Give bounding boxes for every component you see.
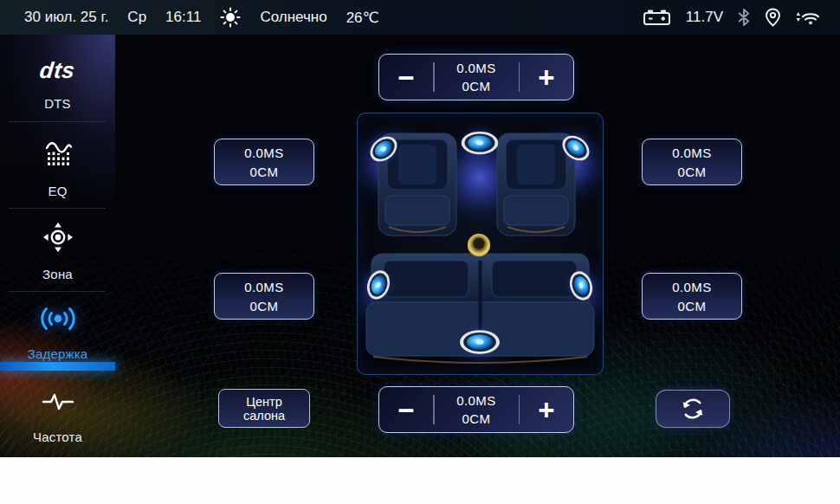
sidebar: dts DTS EQ <box>0 35 115 457</box>
status-bar: 30 июл. 25 г. Ср 16:11 Солнечно 26℃ <box>0 0 840 35</box>
sidebar-item-zone[interactable]: Зона <box>0 220 115 281</box>
minus-icon: − <box>397 63 414 92</box>
front-right-delay-readout[interactable]: 0.0MS 0CM <box>642 139 742 185</box>
equalizer-icon <box>42 137 74 170</box>
zone-target-icon <box>41 220 75 255</box>
minus-icon: − <box>397 396 414 424</box>
delay-cm-value: 0CM <box>250 299 279 313</box>
sidebar-item-label: Частота <box>33 430 82 444</box>
bluetooth-icon <box>738 9 750 26</box>
front-center-delay-value: 0.0MS 0CM <box>435 55 519 100</box>
status-time: 16:11 <box>165 9 201 26</box>
delay-signal-icon <box>39 301 77 336</box>
delay-ms-value: 0.0MS <box>672 145 711 160</box>
front-center-speaker <box>462 132 499 154</box>
rear-center-delay-value: 0.0MS 0CM <box>435 387 519 432</box>
sidebar-item-eq[interactable]: EQ <box>0 137 115 198</box>
delay-ms-value: 0.0MS <box>456 61 495 75</box>
delay-cm-value: 0CM <box>678 299 707 313</box>
delay-ms-value: 0.0MS <box>244 280 283 294</box>
status-temperature: 26℃ <box>346 9 379 27</box>
dts-logo-icon: dts <box>39 59 76 81</box>
delay-cm-value: 0CM <box>678 165 707 179</box>
rear-center-delay-stepper: − 0.0MS 0CM + <box>378 386 574 433</box>
status-right-group: 11.7V <box>643 8 840 27</box>
delay-cm-value: 0CM <box>462 79 491 94</box>
wifi-icon <box>796 9 821 26</box>
rear-center-delay-plus-button[interactable]: + <box>520 387 573 432</box>
status-voltage: 11.7V <box>686 9 723 26</box>
active-item-indicator <box>0 362 115 371</box>
delay-ms-value: 0.0MS <box>672 280 711 294</box>
sidebar-item-delay[interactable]: Задержка <box>0 301 115 361</box>
cabin-center-button[interactable]: Центр салона <box>218 389 310 428</box>
delay-ms-value: 0.0MS <box>456 393 495 408</box>
cabin-center-label: Центр салона <box>224 395 304 423</box>
front-left-delay-readout[interactable]: 0.0MS 0CM <box>214 139 314 185</box>
sidebar-divider <box>9 208 106 209</box>
front-center-delay-plus-button[interactable]: + <box>520 55 573 100</box>
delay-ms-value: 0.0MS <box>244 145 283 160</box>
plus-icon: + <box>538 63 554 92</box>
sidebar-item-label: DTS <box>44 96 71 111</box>
location-icon <box>765 8 781 27</box>
status-left-group: 30 июл. 25 г. Ср 16:11 Солнечно 26℃ <box>0 7 379 28</box>
sidebar-item-label: EQ <box>48 184 67 198</box>
status-weekday: Ср <box>127 9 146 26</box>
sidebar-item-frequency[interactable]: Частота <box>0 391 115 444</box>
delay-cm-value: 0CM <box>462 411 491 426</box>
sidebar-item-label: Задержка <box>28 346 88 361</box>
delay-cm-value: 0CM <box>250 165 279 179</box>
reset-delays-button[interactable] <box>656 390 730 428</box>
rear-center-delay-minus-button[interactable]: − <box>379 387 433 432</box>
reset-icon <box>681 397 705 421</box>
front-center-delay-stepper: − 0.0MS 0CM + <box>378 54 574 100</box>
sidebar-item-label: Зона <box>42 267 73 281</box>
car-battery-icon <box>643 8 671 27</box>
head-unit-screen: 30 июл. 25 г. Ср 16:11 Солнечно 26℃ <box>0 0 840 504</box>
status-weather-text: Солнечно <box>260 9 326 26</box>
front-center-delay-minus-button[interactable]: − <box>379 55 433 100</box>
sun-icon <box>220 7 241 28</box>
sidebar-divider <box>9 291 106 292</box>
sidebar-item-dts[interactable]: dts DTS <box>0 59 115 111</box>
dock-bar: ♫ <box>0 457 840 504</box>
rear-right-delay-readout[interactable]: 0.0MS 0CM <box>642 273 742 320</box>
rear-left-delay-readout[interactable]: 0.0MS 0CM <box>214 273 314 320</box>
status-date: 30 июл. 25 г. <box>24 9 108 26</box>
cabin-speaker-map <box>357 113 604 375</box>
rear-center-speaker <box>460 330 500 354</box>
plus-icon: + <box>538 396 554 424</box>
frequency-pulse-icon <box>42 391 74 412</box>
sidebar-divider <box>9 121 106 122</box>
